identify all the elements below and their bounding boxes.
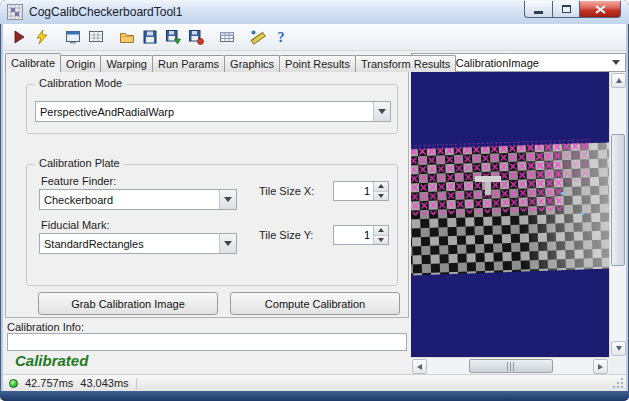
tile-size-x-up-icon[interactable] <box>374 182 388 191</box>
scroll-up-icon[interactable] <box>611 73 626 88</box>
tile-size-y-up-icon[interactable] <box>374 226 388 235</box>
edit-grid-icon[interactable] <box>216 26 237 48</box>
toolbar: ? <box>3 24 626 51</box>
statusbar-separator <box>136 378 137 389</box>
minimize-icon <box>534 11 543 14</box>
window-frame-bottom <box>0 391 629 401</box>
window-title: CogCalibCheckerboardTool1 <box>29 5 182 19</box>
grab-calibration-image-button[interactable]: Grab Calibration Image <box>38 292 218 315</box>
close-icon <box>595 5 606 14</box>
calibration-plate-group: Calibration Plate Feature Finder: Checke… <box>26 164 398 286</box>
chevron-down-icon <box>612 60 620 65</box>
vertical-scrollbar-thumb[interactable] <box>611 134 625 266</box>
scroll-right-icon[interactable] <box>593 359 608 374</box>
scroll-down-icon[interactable] <box>611 341 626 356</box>
run-time: 42.757ms <box>25 377 73 389</box>
image-display-area <box>411 72 626 374</box>
electric-run-icon[interactable] <box>31 26 52 48</box>
titlebar[interactable]: CogCalibCheckerboardTool1 <box>0 0 629 24</box>
scrollbar-corner <box>609 357 626 374</box>
tile-size-y-label: Tile Size Y: <box>259 229 313 241</box>
tile-size-y-stepper <box>333 225 389 245</box>
calibration-mode-group: Calibration Mode PerspectiveAndRadialWar… <box>26 84 398 134</box>
app-window: CogCalibCheckerboardTool1 <box>0 0 629 401</box>
status-bar: 42.757ms 43.043ms <box>3 374 626 391</box>
tab-transform-results[interactable]: Transform Results <box>355 55 456 72</box>
tile-size-x-label: Tile Size X: <box>259 185 314 197</box>
record-display-icon[interactable] <box>85 26 106 48</box>
fiducial-mark-value: StandardRectangles <box>40 238 219 250</box>
calibration-mode-group-label: Calibration Mode <box>35 77 126 89</box>
tab-point-results[interactable]: Point Results <box>279 55 356 72</box>
horizontal-scrollbar[interactable] <box>411 357 609 374</box>
maximize-icon <box>562 5 571 13</box>
feature-finder-label: Feature Finder: <box>41 175 116 187</box>
calibration-plate-group-label: Calibration Plate <box>35 157 124 169</box>
chevron-down-icon[interactable] <box>219 190 236 209</box>
help-icon[interactable]: ? <box>270 26 291 48</box>
tile-size-x-stepper <box>333 181 389 201</box>
run-icon[interactable] <box>8 26 29 48</box>
resize-grip[interactable] <box>621 386 623 388</box>
calibration-image-display[interactable] <box>411 72 609 357</box>
tab-warping[interactable]: Warping <box>100 55 153 72</box>
checkerboard-image <box>411 72 609 357</box>
calibration-mode-value: PerspectiveAndRadialWarp <box>36 106 373 118</box>
tab-strip: Calibrate Origin Warping Run Params Grap… <box>5 53 409 72</box>
tile-size-y-down-icon[interactable] <box>374 235 388 245</box>
chevron-down-icon[interactable] <box>219 234 236 253</box>
calibrate-tab-page: Calibration Mode PerspectiveAndRadialWar… <box>5 71 409 318</box>
tile-size-y-input[interactable] <box>334 226 373 244</box>
fiducial-mark-label: Fiducial Mark: <box>41 219 109 231</box>
compute-calibration-button[interactable]: Compute Calibration <box>230 292 400 315</box>
vertical-scrollbar[interactable] <box>609 72 626 357</box>
total-time: 43.043ms <box>80 377 128 389</box>
calibration-info-field[interactable] <box>7 333 407 351</box>
tile-size-x-input[interactable] <box>334 182 373 200</box>
chevron-down-icon[interactable] <box>373 102 390 121</box>
save-results-icon[interactable] <box>185 26 206 48</box>
tile-size-x-down-icon[interactable] <box>374 191 388 201</box>
calibration-mode-dropdown[interactable]: PerspectiveAndRadialWarp <box>35 101 391 122</box>
tab-run-params[interactable]: Run Params <box>152 55 225 72</box>
close-button[interactable] <box>579 1 621 18</box>
maximize-button[interactable] <box>552 1 579 18</box>
tab-origin[interactable]: Origin <box>60 55 101 72</box>
feature-finder-dropdown[interactable]: Checkerboard <box>39 189 237 210</box>
fiducial-mark-dropdown[interactable]: StandardRectangles <box>39 233 237 254</box>
feature-finder-value: Checkerboard <box>40 194 219 206</box>
minimize-button[interactable] <box>524 1 552 18</box>
save-image-icon[interactable] <box>162 26 183 48</box>
client-area: ? Calibrate Origin Warping Run Params Gr… <box>3 24 626 391</box>
scroll-left-icon[interactable] <box>412 359 427 374</box>
status-led-icon <box>9 379 18 388</box>
thumb-grip <box>507 362 515 371</box>
calibration-status-text: Calibrated <box>15 352 88 369</box>
tab-calibrate[interactable]: Calibrate <box>5 53 61 72</box>
app-icon <box>7 4 23 20</box>
horizontal-scrollbar-thumb[interactable] <box>469 359 553 373</box>
svg-text:?: ? <box>277 30 284 45</box>
tab-graphics[interactable]: Graphics <box>224 55 280 72</box>
save-icon[interactable] <box>139 26 160 48</box>
calibration-info-label: Calibration Info: <box>7 321 84 333</box>
calibration-ruler-icon[interactable] <box>247 26 268 48</box>
image-display-icon[interactable] <box>62 26 83 48</box>
open-file-icon[interactable] <box>116 26 137 48</box>
